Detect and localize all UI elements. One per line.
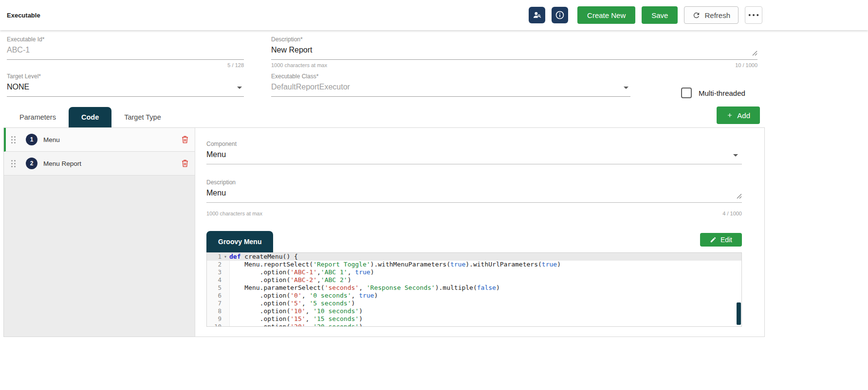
component-value: Menu bbox=[206, 150, 226, 159]
refresh-button[interactable]: Refresh bbox=[684, 6, 739, 24]
line-number: 8 bbox=[207, 307, 222, 315]
multi-threaded-checkbox[interactable] bbox=[681, 88, 692, 98]
code-text[interactable]: .option('10', '10 seconds') bbox=[229, 307, 741, 315]
executable-id-value[interactable]: ABC-1 bbox=[7, 46, 30, 54]
description-field[interactable]: Description* New Report 1000 characters … bbox=[271, 36, 757, 68]
code-line[interactable]: 1▾def createMenu() { bbox=[207, 253, 741, 261]
create-new-button[interactable]: Create New bbox=[577, 6, 635, 24]
code-text[interactable]: def createMenu() { bbox=[229, 253, 741, 261]
page-title: Executable bbox=[7, 12, 40, 19]
editor-header: Groovy Menu Edit bbox=[206, 231, 742, 252]
code-text[interactable]: .option('5', '5 seconds') bbox=[229, 300, 741, 307]
component-detail: Component Menu Description Menu bbox=[195, 128, 764, 337]
item-label: Menu bbox=[43, 136, 60, 143]
component-list-item[interactable]: 2 Menu Report bbox=[4, 152, 195, 176]
code-line[interactable]: 10 .option('20', '20 seconds') bbox=[207, 323, 741, 327]
fold-gutter bbox=[222, 261, 229, 268]
tab-target-type[interactable]: Target Type bbox=[111, 107, 174, 127]
chevron-down-icon bbox=[733, 154, 738, 157]
line-number: 9 bbox=[207, 315, 222, 323]
add-button-label: Add bbox=[737, 111, 750, 120]
drag-handle-icon[interactable] bbox=[11, 136, 16, 144]
delete-item-button[interactable] bbox=[181, 135, 189, 144]
component-description-counter: 4 / 1000 bbox=[722, 211, 742, 216]
line-number: 2 bbox=[207, 261, 222, 268]
plus-icon bbox=[726, 112, 733, 119]
info-icon bbox=[555, 10, 565, 20]
executable-class-select[interactable]: Executable Class* DefaultReportExecutor bbox=[271, 73, 630, 97]
code-line[interactable]: 2 Menu.reportSelect('Report Toggle').wit… bbox=[207, 261, 741, 268]
delete-item-button[interactable] bbox=[181, 159, 189, 168]
user-permissions-button[interactable] bbox=[529, 7, 545, 23]
description-counter: 10 / 1000 bbox=[735, 62, 757, 68]
editor-scrollbar[interactable] bbox=[737, 302, 741, 325]
target-level-select[interactable]: Target Level* NONE bbox=[7, 73, 244, 97]
line-number: 5 bbox=[207, 284, 222, 292]
code-text[interactable]: .option('ABC-2','ABC 2') bbox=[229, 276, 741, 284]
tab-groovy-menu[interactable]: Groovy Menu bbox=[206, 231, 273, 252]
component-description-field[interactable]: Description Menu 1000 characters at max … bbox=[206, 179, 742, 216]
form-row-2: Target Level* NONE Executable Class* Def… bbox=[0, 68, 868, 98]
code-text[interactable]: .option('20', '20 seconds') bbox=[229, 323, 741, 327]
code-line[interactable]: 5 Menu.parameterSelect('seconds', 'Respo… bbox=[207, 284, 741, 292]
description-label: Description* bbox=[271, 36, 757, 43]
drag-handle-icon[interactable] bbox=[11, 160, 16, 168]
more-icon bbox=[748, 14, 759, 17]
component-description-value[interactable]: Menu bbox=[206, 189, 226, 197]
fold-gutter bbox=[222, 300, 229, 307]
component-list-item[interactable]: 1 Menu bbox=[4, 128, 195, 152]
item-label: Menu Report bbox=[43, 160, 81, 167]
code-line[interactable]: 8 .option('10', '10 seconds') bbox=[207, 307, 741, 315]
fold-gutter bbox=[222, 307, 229, 315]
fold-gutter bbox=[222, 292, 229, 300]
executable-id-field[interactable]: Executable Id* ABC-1 5 / 128 bbox=[7, 36, 244, 68]
top-bar: Executable bbox=[0, 0, 868, 30]
component-select[interactable]: Component Menu bbox=[206, 141, 742, 164]
line-number: 7 bbox=[207, 300, 222, 307]
more-options-button[interactable] bbox=[745, 6, 762, 24]
fold-gutter bbox=[222, 284, 229, 292]
resize-handle-icon[interactable] bbox=[737, 192, 742, 201]
resize-handle-icon[interactable] bbox=[752, 49, 757, 58]
line-number: 10 bbox=[207, 323, 222, 327]
code-lines: 1▾def createMenu() {2 Menu.reportSelect(… bbox=[207, 253, 741, 327]
refresh-icon bbox=[692, 11, 701, 19]
header-actions: Create New Save Refresh bbox=[529, 6, 762, 24]
refresh-button-label: Refresh bbox=[704, 11, 730, 19]
chevron-down-icon bbox=[624, 87, 628, 89]
info-button[interactable] bbox=[552, 7, 568, 23]
fold-gutter bbox=[222, 268, 229, 276]
code-tab-panel: 1 Menu 2 Menu Report Component bbox=[3, 127, 765, 337]
code-line[interactable]: 6 .option('0', '0 seconds', true) bbox=[207, 292, 741, 300]
target-level-label: Target Level* bbox=[7, 73, 244, 80]
component-description-label: Description bbox=[206, 179, 742, 186]
item-number-badge: 1 bbox=[26, 134, 37, 145]
add-button[interactable]: Add bbox=[717, 106, 760, 124]
multi-threaded-option: Multi-threaded bbox=[681, 88, 745, 98]
code-line[interactable]: 3 .option('ABC-1','ABC 1', true) bbox=[207, 268, 741, 276]
save-button[interactable]: Save bbox=[642, 6, 678, 24]
description-value[interactable]: New Report bbox=[271, 46, 312, 54]
fold-arrow-icon[interactable]: ▾ bbox=[222, 253, 229, 261]
code-text[interactable]: .option('ABC-1','ABC 1', true) bbox=[229, 268, 741, 276]
code-text[interactable]: .option('15', '15 seconds') bbox=[229, 315, 741, 323]
executable-id-counter: 5 / 128 bbox=[227, 62, 244, 68]
code-text[interactable]: .option('0', '0 seconds', true) bbox=[229, 292, 741, 300]
code-editor[interactable]: 1▾def createMenu() {2 Menu.reportSelect(… bbox=[206, 252, 742, 327]
executable-class-value: DefaultReportExecutor bbox=[271, 83, 350, 91]
line-number: 1 bbox=[207, 253, 222, 261]
description-hint: 1000 characters at max bbox=[271, 62, 327, 68]
code-line[interactable]: 9 .option('15', '15 seconds') bbox=[207, 315, 741, 323]
tab-code[interactable]: Code bbox=[69, 107, 111, 127]
executable-page: Executable bbox=[0, 0, 868, 337]
pencil-icon bbox=[710, 236, 717, 243]
fold-gutter bbox=[222, 323, 229, 327]
executable-id-label: Executable Id* bbox=[7, 36, 244, 43]
tab-parameters[interactable]: Parameters bbox=[7, 107, 69, 127]
edit-button[interactable]: Edit bbox=[700, 233, 742, 247]
code-text[interactable]: Menu.reportSelect('Report Toggle').withM… bbox=[229, 261, 741, 268]
code-line[interactable]: 4 .option('ABC-2','ABC 2') bbox=[207, 276, 741, 284]
code-line[interactable]: 7 .option('5', '5 seconds') bbox=[207, 300, 741, 307]
executable-class-label: Executable Class* bbox=[271, 73, 630, 80]
code-text[interactable]: Menu.parameterSelect('seconds', 'Respons… bbox=[229, 284, 741, 292]
